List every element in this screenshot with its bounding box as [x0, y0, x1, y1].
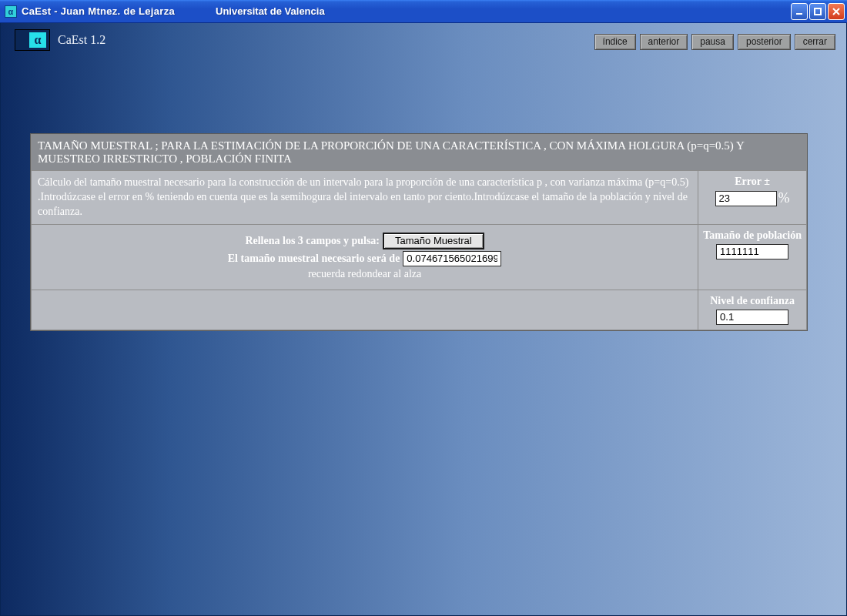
panel-heading: TAMAÑO MUESTRAL ; PARA LA ESTIMACIÓN DE … [32, 135, 807, 171]
nav-pausa[interactable]: pausa [691, 34, 734, 50]
window-subtitle: Universitat de Valencia [216, 5, 325, 17]
maximize-icon[interactable] [809, 3, 826, 20]
confidence-label: Nivel de confianza [703, 295, 802, 307]
error-cell: Error ± % [698, 171, 807, 225]
error-label: Error ± [703, 176, 802, 188]
alpha-icon: α [28, 32, 47, 49]
close-icon[interactable] [828, 3, 845, 20]
rounding-hint: recuerda redondear al alza [38, 268, 691, 280]
confidence-input[interactable] [716, 310, 788, 325]
panel-description: Cálculo del tamaño muestral necesario pa… [32, 171, 698, 225]
window-titlebar: α CaEst - Juan Mtnez. de Lejarza Univers… [0, 0, 847, 23]
result-line: El tamaño muestral necesario será de [228, 253, 400, 265]
confidence-cell: Nivel de confianza [698, 290, 807, 330]
window-title: CaEst - Juan Mtnez. de Lejarza [22, 5, 175, 17]
svg-rect-1 [815, 8, 821, 15]
nav-bar: índice anterior pausa posterior cerrar [594, 34, 835, 50]
population-label: Tamaño de población [703, 229, 802, 242]
app-name: CaEst 1.2 [58, 33, 105, 47]
calc-button[interactable]: Tamaño Muestral [383, 233, 484, 249]
result-output[interactable] [403, 251, 501, 266]
error-unit: % [778, 190, 790, 206]
app-window-icon: α [5, 5, 17, 18]
error-input[interactable] [715, 191, 777, 206]
svg-rect-0 [796, 13, 802, 15]
empty-cell [32, 290, 698, 330]
nav-anterior[interactable]: anterior [640, 34, 688, 50]
nav-indice[interactable]: índice [594, 34, 636, 50]
nav-posterior[interactable]: posterior [738, 34, 791, 50]
minimize-icon[interactable] [791, 3, 808, 20]
calc-panel: TAMAÑO MUESTRAL ; PARA LA ESTIMACIÓN DE … [30, 133, 808, 331]
prompt-line: Rellena los 3 campos y pulsa: [245, 235, 380, 247]
population-cell: Tamaño de población [698, 224, 807, 290]
nav-cerrar[interactable]: cerrar [795, 34, 835, 50]
calc-cell: Rellena los 3 campos y pulsa: Tamaño Mue… [32, 224, 698, 290]
app-body: α CaEst 1.2 índice anterior pausa poster… [0, 23, 847, 616]
population-input[interactable] [716, 244, 788, 259]
app-logo: α [15, 29, 50, 51]
